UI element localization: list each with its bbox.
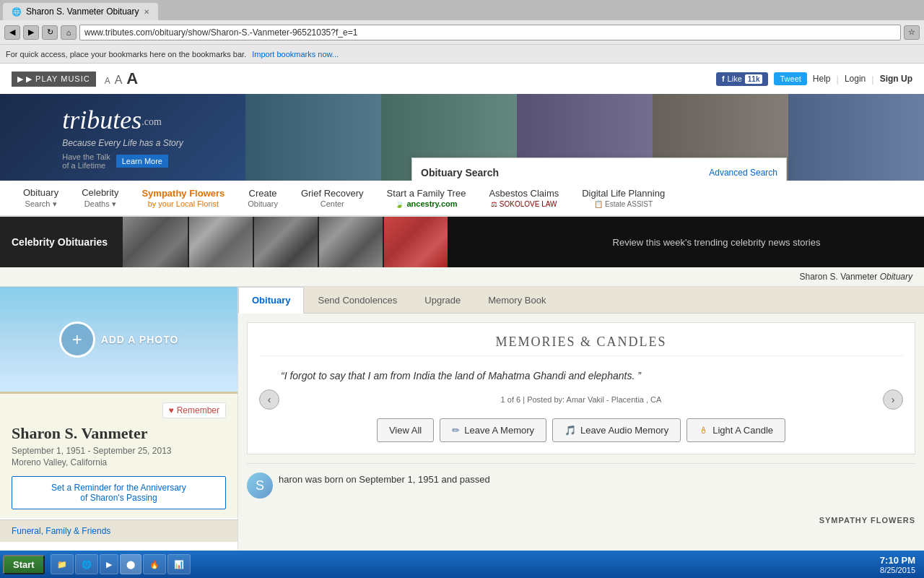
nav-celebrity-deaths[interactable]: Celebrity Deaths ▾ [70, 181, 130, 217]
memory-prev-btn[interactable]: ‹ [259, 389, 279, 410]
signup-link[interactable]: Sign Up [880, 74, 912, 84]
play-icon: ▶ [17, 74, 23, 84]
right-panel: Obituary Send Condolences Upgrade Memory… [238, 287, 924, 561]
obit-text-section: S haron was born on September 1, 1951 an… [238, 463, 924, 516]
play-music-btn[interactable]: ▶ ▶ PLAY MUSIC [12, 72, 96, 87]
logo-dotcom: .com [141, 116, 162, 127]
celeb-photo-2[interactable] [188, 217, 253, 267]
misc-icon: 📊 [174, 560, 184, 562]
nav-obituary-search[interactable]: Obituary Search ▾ [12, 181, 70, 217]
add-photo-icon: + [59, 322, 95, 358]
advanced-search-link[interactable]: Advanced Search [709, 168, 777, 178]
nav-family-tree[interactable]: Start a Family Tree 🍃 ancestry.com [375, 181, 478, 217]
tweet-label: Tweet [780, 74, 801, 83]
tab-upgrade[interactable]: Upgrade [411, 287, 474, 313]
taskbar-app-media[interactable]: ▶ [100, 554, 118, 561]
fb-like-btn[interactable]: f Like 11k [716, 72, 769, 86]
light-candle-label: Light A Candle [712, 425, 773, 436]
leave-memory-btn[interactable]: ✏ Leave A Memory [440, 418, 546, 442]
nav-create-sub: Obituary [248, 199, 278, 208]
nav-ancestry-sub: 🍃 ancestry.com [395, 199, 457, 208]
family-friends-label[interactable]: Funeral, Family & Friends [12, 526, 110, 536]
font-medium-btn[interactable]: A [115, 74, 123, 87]
leave-audio-btn[interactable]: 🎵 Leave Audio Memory [552, 418, 681, 442]
main-content: + ADD A PHOTO ♥ Remember Sharon S. Vanme… [0, 287, 924, 561]
view-all-label: View All [389, 425, 422, 436]
celeb-photo-1[interactable] [123, 217, 188, 267]
celeb-photo-4[interactable] [318, 217, 383, 267]
font-small-btn[interactable]: A [105, 76, 110, 86]
tab-close-btn[interactable]: ✕ [144, 8, 149, 16]
person-location: Moreno Valley, California [12, 457, 226, 467]
taskbar-app-misc[interactable]: 📊 [167, 554, 191, 561]
profile-info: ♥ Remember Sharon S. Vanmeter September … [0, 392, 237, 518]
forward-btn[interactable]: ▶ [23, 25, 39, 40]
font-large-btn[interactable]: A [126, 69, 138, 88]
taskbar-app-ie[interactable]: 🌐 [75, 554, 98, 561]
photo-area[interactable]: + ADD A PHOTO [0, 287, 237, 392]
hero-banner: tributes.com Because Every Life has a St… [0, 94, 924, 181]
fb-count: 11k [745, 74, 763, 84]
celeb-photo-3[interactable] [253, 217, 318, 267]
start-label: Start [13, 559, 35, 562]
reload-btn[interactable]: ↻ [42, 25, 58, 40]
header-top: ▶ ▶ PLAY MUSIC A A A f Like 11k Tweet [0, 64, 924, 94]
taskbar: Start 📁 🌐 ▶ ⬤ 🔥 📊 7:10 PM [0, 551, 924, 561]
memory-counter: 1 of 6 [501, 395, 521, 404]
heart-icon: ♥ [169, 405, 174, 415]
address-bar[interactable]: www.tributes.com/obituary/show/Sharon-S.… [79, 25, 901, 40]
nav-digital-life-label: Digital Life Planning [582, 188, 665, 200]
back-btn[interactable]: ◀ [4, 25, 20, 40]
star-btn[interactable]: ☆ [904, 25, 920, 40]
breadcrumb: Sharon S. Vanmeter Obituary [0, 267, 924, 287]
memory-next-btn[interactable]: › [883, 389, 903, 410]
learn-more-btn[interactable]: Learn More [116, 155, 168, 168]
nav-create-obituary[interactable]: Create Obituary [236, 181, 289, 217]
nav-grief-label: Grief Recovery [301, 188, 364, 200]
nav-grief-sub: Center [321, 199, 344, 208]
start-btn[interactable]: Start [3, 555, 45, 562]
nav-create-label: Create [249, 188, 277, 200]
obit-avatar: S [247, 473, 273, 499]
tweet-btn[interactable]: Tweet [774, 72, 806, 85]
view-all-btn[interactable]: View All [377, 418, 434, 442]
hero-tagline: Because Every Life has a Story [62, 138, 183, 148]
nav-sympathy-label: Sympathy Flowers [141, 188, 225, 200]
clock-time: 7:10 PM [880, 555, 915, 562]
help-link[interactable]: Help [813, 74, 831, 84]
memories-title: MEMORIES & CANDLES [259, 335, 903, 356]
tab-memory-book[interactable]: Memory Book [474, 287, 559, 313]
pen-icon: ✏ [452, 425, 460, 436]
reminder-btn[interactable]: Set a Reminder for the Anniversary of Sh… [12, 476, 226, 509]
nav-sympathy-flowers[interactable]: Sympathy Flowers by your Local Florist [130, 181, 236, 217]
nav-asbestos-label: Asbestos Claims [489, 188, 559, 200]
browser-tab[interactable]: 🌐 Sharon S. Vanmeter Obituary ✕ [3, 3, 158, 20]
light-candle-btn[interactable]: 🕯 Light A Candle [687, 418, 785, 442]
nav-menu: Obituary Search ▾ Celebrity Deaths ▾ Sym… [0, 181, 924, 217]
remember-btn[interactable]: ♥ Remember [162, 402, 226, 418]
explorer-icon: 📁 [57, 560, 67, 562]
taskbar-app-chrome[interactable]: ⬤ [120, 554, 141, 561]
memory-info: 1 of 6 | Posted by: Amar Vakil - Placent… [279, 395, 883, 404]
celebrity-photos [123, 217, 509, 267]
remember-label: Remember [177, 405, 219, 415]
nav-grief-recovery[interactable]: Grief Recovery Center [289, 181, 375, 217]
nav-digital-life-sub: 📋 Estate ASSIST [594, 200, 653, 208]
fb-icon: f [722, 74, 725, 83]
taskbar-app-explorer[interactable]: 📁 [51, 554, 74, 561]
candle-icon: 🕯 [699, 425, 708, 436]
nav-family-tree-label: Start a Family Tree [387, 188, 466, 200]
person-dates: September 1, 1951 - September 25, 2013 [12, 446, 226, 456]
taskbar-app-firefox[interactable]: 🔥 [143, 554, 166, 561]
login-link[interactable]: Login [845, 74, 866, 84]
tab-obituary[interactable]: Obituary [238, 287, 304, 314]
celeb-photo-5[interactable] [383, 217, 448, 267]
nav-digital-life[interactable]: Digital Life Planning 📋 Estate ASSIST [570, 181, 676, 217]
site-logo[interactable]: tributes.com [62, 105, 183, 135]
home-btn[interactable]: ⌂ [61, 25, 77, 40]
import-bookmarks-link[interactable]: Import bookmarks now... [252, 50, 339, 59]
sympathy-label: SYMPATHY FLOWERS [238, 516, 924, 525]
tab-send-condolences[interactable]: Send Condolences [304, 287, 411, 313]
nav-asbestos[interactable]: Asbestos Claims ⚖ SOKOLOVE LAW [477, 181, 570, 217]
nav-celebrity-sub: Deaths ▾ [84, 199, 116, 209]
